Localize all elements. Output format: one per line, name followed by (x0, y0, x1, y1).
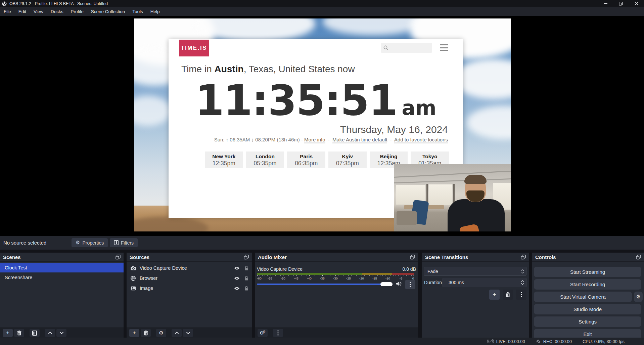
remove-scene-button[interactable] (14, 329, 24, 337)
menu-tools[interactable]: Tools (129, 7, 147, 16)
remove-transition-button[interactable] (503, 290, 513, 300)
start-streaming-button[interactable]: Start Streaming (534, 267, 641, 277)
popout-icon[interactable] (636, 255, 641, 260)
duration-spinner[interactable] (519, 278, 526, 287)
move-source-down-button[interactable] (183, 329, 193, 337)
source-item-image[interactable]: Image (127, 283, 252, 293)
move-source-up-button[interactable] (172, 329, 182, 337)
timeis-search-box[interactable] (381, 43, 432, 53)
filter-icon (32, 331, 37, 336)
ceiling-beam (394, 171, 511, 178)
menu-scene-collection[interactable]: Scene Collection (87, 7, 129, 16)
world-clock-kyiv[interactable]: Kyiv 07:35pm (328, 152, 367, 168)
rec-timer: REC: 00:00:00 (543, 339, 572, 344)
audio-mixer-toolbar: ⚙⚙ (255, 328, 418, 338)
menu-view[interactable]: View (30, 7, 47, 16)
scenes-title: Scenes (3, 254, 21, 260)
combo-spinner[interactable] (519, 267, 526, 275)
stream-inactive-icon (487, 339, 494, 344)
hamburger-menu-icon[interactable] (440, 44, 448, 51)
scene-filters-button[interactable] (30, 329, 40, 337)
advanced-audio-button[interactable]: ⚙⚙ (258, 329, 268, 337)
minimize-button[interactable] (598, 0, 613, 7)
duration-label: Duration (424, 280, 442, 285)
scene-item-clock-test[interactable]: Clock Test (0, 263, 124, 272)
menu-file[interactable]: File (0, 7, 15, 16)
duration-value: 300 ms (443, 280, 519, 285)
transition-properties-button[interactable] (516, 290, 526, 300)
scene-label: Clock Test (5, 265, 27, 270)
mixer-options-button[interactable] (405, 280, 415, 289)
popout-icon[interactable] (244, 255, 249, 260)
program-preview[interactable]: TIME.IS Time in Austin, Texas, United St… (134, 18, 511, 231)
world-clock-london[interactable]: London 05:35pm (246, 152, 284, 168)
live-timer: LIVE: 00:00:00 (496, 339, 525, 344)
search-input[interactable] (390, 45, 427, 50)
settings-button[interactable]: Settings (534, 316, 641, 327)
add-source-button[interactable]: + (129, 329, 139, 337)
sun-times: Sun: ↑ 06:35AM ↓ 08:20PM (13h 46m) - (214, 137, 303, 142)
visibility-eye-icon[interactable] (234, 276, 240, 280)
menu-profile[interactable]: Profile (67, 7, 87, 16)
clock-row: 11:35:51am (169, 76, 463, 125)
studio-mode-button[interactable]: Studio Mode (534, 304, 641, 314)
chevron-up-icon (48, 332, 52, 334)
remove-source-button[interactable] (141, 329, 151, 337)
source-label: Video Capture Device (140, 265, 229, 271)
city-time: 12:35pm (205, 160, 243, 167)
trash-icon (144, 331, 148, 336)
start-virtual-camera-button[interactable]: Start Virtual Camera (534, 292, 632, 302)
heading-prefix: Time in (181, 64, 215, 74)
audio-mixer-header: Audio Mixer (255, 253, 418, 262)
tick-label: -60 (257, 276, 262, 280)
button-label: Studio Mode (573, 306, 602, 312)
close-button[interactable] (629, 0, 644, 7)
more-info-link[interactable]: More info (304, 137, 325, 143)
scene-item-screenshare[interactable]: Screenshare (0, 272, 124, 282)
filters-button[interactable]: Filters (110, 238, 138, 247)
button-label: Exit (583, 331, 592, 337)
menu-docks[interactable]: Docks (47, 7, 67, 16)
filter-icon (114, 240, 119, 245)
world-clock-new-york[interactable]: New York 12:35pm (205, 152, 243, 168)
transitions-header: Scene Transitions (422, 253, 529, 262)
chevron-up-icon (175, 332, 179, 334)
unlock-icon[interactable] (244, 286, 248, 291)
mixer-menu-button[interactable] (273, 329, 283, 337)
speaker-icon[interactable] (396, 281, 402, 288)
transition-select[interactable]: Fade (424, 267, 526, 276)
add-scene-button[interactable]: + (3, 329, 13, 337)
source-item-browser[interactable]: Browser (127, 273, 252, 283)
popout-icon[interactable] (116, 255, 121, 260)
move-scene-up-button[interactable] (45, 329, 55, 337)
add-favorite-link[interactable]: Add to favorite locations (394, 137, 448, 143)
chevron-down-icon (521, 272, 524, 273)
virtual-camera-config-button[interactable]: ⚙ (634, 292, 643, 302)
popout-icon[interactable] (521, 255, 526, 260)
restore-button[interactable] (613, 0, 629, 7)
tick-label: -55 (268, 276, 272, 280)
unlock-icon[interactable] (244, 266, 248, 271)
visibility-eye-icon[interactable] (234, 266, 240, 270)
unlock-icon[interactable] (244, 276, 248, 281)
make-default-link[interactable]: Make Austin time default (332, 137, 387, 143)
office-window (429, 184, 452, 205)
add-transition-button[interactable]: + (489, 290, 500, 300)
menu-help[interactable]: Help (147, 7, 164, 16)
volume-slider-handle[interactable] (380, 282, 393, 286)
source-label: Image (140, 286, 229, 291)
source-properties-button[interactable]: ⚙ (156, 329, 166, 337)
start-recording-button[interactable]: Start Recording (534, 279, 641, 290)
world-clock-paris[interactable]: Paris 06:35pm (287, 152, 325, 168)
move-scene-down-button[interactable] (56, 329, 66, 337)
source-item-video-capture[interactable]: Video Capture Device (127, 263, 252, 273)
properties-button[interactable]: ⚙ Properties (72, 238, 108, 247)
record-inactive-icon (536, 339, 541, 344)
popout-icon[interactable] (410, 255, 415, 260)
visibility-eye-icon[interactable] (234, 287, 240, 290)
kebab-menu-icon (521, 292, 522, 297)
menu-edit[interactable]: Edit (15, 7, 30, 16)
duration-spinbox[interactable]: 300 ms (443, 278, 526, 287)
volume-slider[interactable] (257, 284, 393, 285)
image-icon (131, 286, 136, 291)
